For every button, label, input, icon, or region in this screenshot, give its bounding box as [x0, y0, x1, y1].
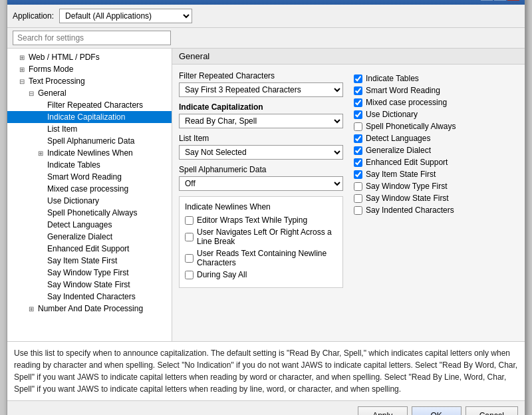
sidebar-item-spell-alpha[interactable]: Spell Alphanumeric Data: [7, 135, 172, 147]
rc-label-use-dict: Use Dictionary: [366, 110, 418, 119]
sidebar-item-label: Smart Word Reading: [47, 172, 122, 182]
newline-label-4: During Say All: [197, 270, 247, 279]
sidebar-item-say-window-type[interactable]: Say Window Type First: [7, 267, 172, 279]
newline-checkbox-4[interactable]: [185, 271, 194, 279]
rc-spell-phonetic: Spell Phonetically Always: [354, 122, 518, 131]
indicate-cap-label: Indicate Capitalization: [179, 102, 343, 112]
spell-alpha-label: Spell Alphanumeric Data: [179, 165, 343, 174]
rc-checkbox-say-window-state[interactable]: [354, 194, 362, 203]
expander-icon: [38, 186, 47, 193]
rc-label-spell-phonetic: Spell Phonetically Always: [366, 122, 456, 131]
list-item-select[interactable]: Say Not Selected Say Selected Off: [179, 145, 343, 160]
sidebar-item-forms[interactable]: ⊞ Forms Mode: [7, 63, 172, 75]
sidebar-item-indicate-cap[interactable]: Indicate Capitalization: [7, 111, 172, 123]
sidebar-item-indicate-newlines[interactable]: ⊞ Indicate Newlines When: [7, 147, 172, 159]
expander-icon: ⊞: [38, 150, 47, 157]
rc-mixed-case: Mixed case processing: [354, 98, 518, 107]
rc-say-window-type: Say Window Type First: [354, 182, 518, 191]
rc-label-detect-lang: Detect Languages: [366, 134, 430, 143]
rc-checkbox-generalize[interactable]: [354, 146, 362, 155]
sidebar-item-indicate-tables[interactable]: Indicate Tables: [7, 159, 172, 171]
toolbar: Application: Default (All Applications): [7, 5, 525, 28]
search-input[interactable]: [13, 31, 171, 45]
sidebar-item-number-date[interactable]: ⊞ Number And Date Processing: [7, 303, 172, 315]
rc-checkbox-mixed-case[interactable]: [354, 98, 362, 107]
sidebar-item-detect-lang[interactable]: Detect Languages: [7, 219, 172, 231]
rc-checkbox-say-item-state[interactable]: [354, 170, 362, 179]
maximize-button[interactable]: □: [494, 0, 506, 1]
sidebar-item-label: Spell Alphanumeric Data: [47, 136, 134, 146]
rc-label-say-window-state: Say Window State First: [366, 194, 449, 203]
sidebar-item-label: Mixed case processing: [47, 184, 128, 194]
expander-icon: [38, 293, 47, 301]
sidebar-item-filter-rep[interactable]: Filter Repeated Characters: [7, 99, 172, 111]
sidebar-item-web[interactable]: ⊞ Web / HTML / PDFs: [7, 51, 172, 63]
sidebar-item-general[interactable]: ⊟ General: [7, 87, 172, 99]
main-window: J JAWS Settings Center - Default (All Ap…: [7, 0, 525, 415]
rc-label-say-indented: Say Indented Characters: [366, 206, 454, 215]
sidebar-item-say-window-state[interactable]: Say Window State First: [7, 279, 172, 291]
close-button[interactable]: ✕: [507, 0, 519, 1]
indicate-cap-select[interactable]: Read By Char, Spell No Indication Read B…: [179, 114, 343, 128]
expander-icon: ⊟: [29, 90, 38, 97]
sidebar-item-label: Indicate Capitalization: [47, 112, 125, 122]
sidebar-item-mixed-case[interactable]: Mixed case processing: [7, 183, 172, 195]
newline-checkbox-3[interactable]: [185, 254, 194, 263]
sidebar-item-say-item-state[interactable]: Say Item State First: [7, 255, 172, 267]
rc-checkbox-smart-word[interactable]: [354, 86, 362, 95]
expander-icon: [38, 114, 47, 121]
expander-icon: [38, 245, 47, 253]
expander-icon: ⊞: [29, 305, 38, 313]
rc-checkbox-spell-phonetic[interactable]: [354, 122, 362, 131]
newlines-group: Indicate Newlines When Editor Wraps Text…: [179, 196, 343, 288]
newline-check-3: User Reads Text Containing Newline Chara…: [185, 249, 337, 267]
spell-alpha-select[interactable]: Off On: [179, 176, 343, 191]
expander-icon: [38, 126, 47, 133]
expander-icon: [38, 269, 47, 277]
rc-checkbox-say-indented[interactable]: [354, 206, 362, 215]
rc-checkbox-enhanced-edit[interactable]: [354, 158, 362, 167]
sidebar: ⊞ Web / HTML / PDFs ⊞ Forms Mode ⊟ Text …: [7, 49, 172, 341]
sidebar-item-spell-phonetic[interactable]: Spell Phonetically Always: [7, 207, 172, 219]
newlines-label: Indicate Newlines When: [185, 202, 337, 211]
sidebar-item-smart-word[interactable]: Smart Word Reading: [7, 171, 172, 183]
rc-checkbox-indicate-tables[interactable]: [354, 74, 362, 83]
rc-label-indicate-tables: Indicate Tables: [366, 74, 419, 83]
title-bar: J JAWS Settings Center - Default (All Ap…: [7, 0, 525, 5]
rc-label-say-item-state: Say Item State First: [366, 170, 436, 179]
expander-icon: [38, 198, 47, 205]
rc-smart-word: Smart Word Reading: [354, 86, 518, 95]
filter-rep-select[interactable]: Say First 3 Repeated Characters Off Say …: [179, 82, 343, 97]
list-item-label: List Item: [179, 134, 343, 143]
button-bar: Apply OK Cancel: [7, 400, 525, 415]
sidebar-item-label: Web / HTML / PDFs: [29, 53, 100, 62]
sidebar-item-label: Detect Languages: [47, 220, 112, 229]
sidebar-item-label: Generalize Dialect: [47, 232, 112, 241]
application-select[interactable]: Default (All Applications): [59, 9, 192, 23]
sidebar-item-use-dict[interactable]: Use Dictionary: [7, 195, 172, 207]
sidebar-item-list-item[interactable]: List Item: [7, 123, 172, 135]
expander-icon: [38, 233, 47, 241]
cancel-button[interactable]: Cancel: [466, 406, 518, 415]
main-content: ⊞ Web / HTML / PDFs ⊞ Forms Mode ⊟ Text …: [7, 49, 525, 341]
rc-say-indented: Say Indented Characters: [354, 206, 518, 215]
rc-label-say-window-type: Say Window Type First: [366, 182, 447, 191]
expander-icon: ⊞: [19, 66, 29, 73]
rc-checkbox-say-window-type[interactable]: [354, 182, 362, 191]
newline-checkbox-1[interactable]: [185, 216, 194, 225]
ok-button[interactable]: OK: [412, 406, 462, 415]
sidebar-item-label: List Item: [47, 124, 77, 134]
rc-checkbox-use-dict[interactable]: [354, 110, 362, 119]
sidebar-item-generalize[interactable]: Generalize Dialect: [7, 231, 172, 243]
sidebar-item-say-indented[interactable]: Say Indented Characters: [7, 291, 172, 303]
apply-button[interactable]: Apply: [358, 406, 408, 415]
right-column: Indicate Tables Smart Word Reading Mixed…: [354, 71, 518, 288]
sidebar-item-label: Indicate Tables: [47, 160, 100, 170]
rc-checkbox-detect-lang[interactable]: [354, 134, 362, 143]
rc-detect-lang: Detect Languages: [354, 134, 518, 143]
sidebar-item-text-processing[interactable]: ⊟ Text Processing: [7, 75, 172, 87]
newline-checkbox-2[interactable]: [185, 233, 194, 241]
sidebar-item-enhanced-edit[interactable]: Enhanced Edit Support: [7, 243, 172, 255]
newline-label-2: User Navigates Left Or Right Across a Li…: [197, 227, 337, 246]
minimize-button[interactable]: ─: [481, 0, 493, 1]
